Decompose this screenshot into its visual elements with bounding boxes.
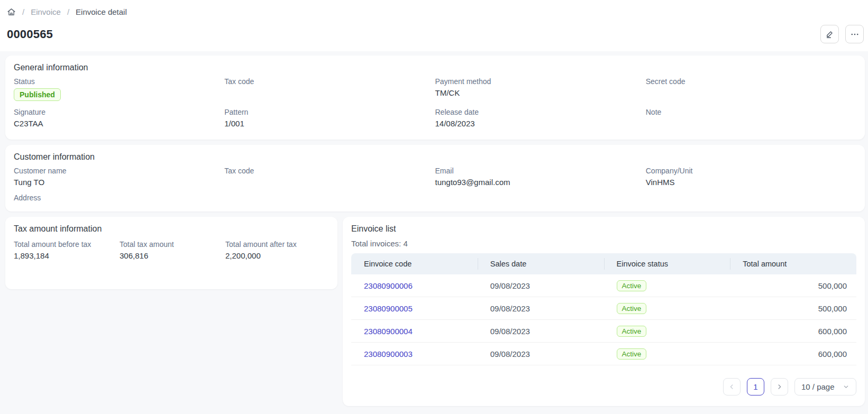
invoice-code-link[interactable]: 23080900004 xyxy=(364,327,413,336)
total-invoices-label: Total invoices: 4 xyxy=(351,239,856,248)
page-size-label: 10 / page xyxy=(801,382,835,391)
sales-date-cell: 09/08/2023 xyxy=(478,327,604,336)
field-tax-code: Tax code xyxy=(224,167,435,188)
field-value: C23TAA xyxy=(14,119,224,130)
invoice-code-link[interactable]: 23080900003 xyxy=(364,349,413,358)
field-company-unit: Company/Unit VinHMS xyxy=(646,167,856,188)
field-total-tax: Total tax amount 306,816 xyxy=(120,240,225,262)
field-total-after-tax: Total amount after tax 2,200,000 xyxy=(225,240,329,262)
column-header-total-amount: Total amount xyxy=(730,253,856,274)
field-label: Total tax amount xyxy=(120,240,225,249)
field-label: Company/Unit xyxy=(646,167,856,175)
tax-amount-card: Tax amount information Total amount befo… xyxy=(5,217,337,289)
field-value xyxy=(646,88,856,99)
field-total-before-tax: Total amount before tax 1,893,184 xyxy=(14,240,120,262)
status-badge: Active xyxy=(617,348,647,360)
field-label: Signature xyxy=(14,108,224,116)
field-label: Customer name xyxy=(14,167,224,175)
field-signature: Signature C23TAA xyxy=(14,108,224,130)
status-badge: Active xyxy=(617,280,647,291)
column-header-einvoice-code: Einvoice code xyxy=(351,253,478,274)
page-size-select[interactable]: 10 / page xyxy=(794,378,856,395)
field-label: Total amount before tax xyxy=(14,240,120,249)
total-amount-cell: 500,000 xyxy=(730,304,856,313)
general-information-title: General information xyxy=(14,63,856,72)
sales-date-cell: 09/08/2023 xyxy=(478,349,604,358)
column-header-einvoice-status: Einvoice status xyxy=(604,253,730,274)
status-badge: Active xyxy=(617,326,647,337)
status-badge: Published xyxy=(14,88,61,101)
field-customer-name: Customer name Tung TO xyxy=(14,167,224,188)
edit-pencil-icon xyxy=(825,30,834,39)
field-value: tungto93@gmail.com xyxy=(435,178,646,188)
breadcrumb-item-einvoice-detail: Einvoice detail xyxy=(76,7,127,16)
breadcrumb-separator: / xyxy=(67,7,69,16)
field-label: Payment method xyxy=(435,77,646,86)
field-status: Status Published xyxy=(14,77,224,101)
field-label: Pattern xyxy=(224,108,435,116)
table-row: 23080900003 09/08/2023 Active 600,000 xyxy=(351,343,856,365)
field-value: 2,200,000 xyxy=(225,251,329,262)
field-value: VinHMS xyxy=(646,178,856,188)
table-row: 23080900006 09/08/2023 Active 500,000 xyxy=(351,274,856,297)
field-email: Email tungto93@gmail.com xyxy=(435,167,646,188)
pagination-prev-button[interactable] xyxy=(723,378,741,395)
field-label: Note xyxy=(646,108,856,116)
table-row: 23080900004 09/08/2023 Active 600,000 xyxy=(351,320,856,343)
field-secret-code: Secret code xyxy=(646,77,856,101)
field-pattern: Pattern 1/001 xyxy=(224,108,435,130)
edit-button[interactable] xyxy=(820,25,839,43)
invoice-code-link[interactable]: 23080900005 xyxy=(364,304,413,313)
field-label: Status xyxy=(14,77,224,86)
breadcrumb-separator: / xyxy=(22,7,24,16)
page-title: 0000565 xyxy=(7,27,53,41)
breadcrumb: / Einvoice / Einvoice detail xyxy=(7,7,865,16)
customer-information-card: Customer information Customer name Tung … xyxy=(5,145,865,211)
table-row: 23080900005 09/08/2023 Active 500,000 xyxy=(351,297,856,320)
more-actions-button[interactable] xyxy=(845,25,864,43)
home-icon[interactable] xyxy=(7,7,16,16)
field-tax-code: Tax code xyxy=(224,77,435,101)
field-label: Address xyxy=(14,194,224,202)
field-value: TM/CK xyxy=(435,88,646,99)
chevron-left-icon xyxy=(728,383,735,390)
field-note: Note xyxy=(646,108,856,130)
customer-information-title: Customer information xyxy=(14,152,856,162)
field-address: Address xyxy=(14,194,224,202)
field-label: Tax code xyxy=(224,77,435,86)
field-value xyxy=(224,178,435,188)
einvoice-list-title: Einvoice list xyxy=(351,224,856,234)
field-release-date: Release date 14/08/2023 xyxy=(435,108,646,130)
column-header-sales-date: Sales date xyxy=(478,253,604,274)
field-label: Secret code xyxy=(646,77,856,86)
field-value xyxy=(646,119,856,130)
table-header-row: Einvoice code Sales date Einvoice status… xyxy=(351,253,856,274)
ellipsis-icon xyxy=(850,30,860,39)
field-value: 14/08/2023 xyxy=(435,119,646,130)
field-payment-method: Payment method TM/CK xyxy=(435,77,646,101)
sales-date-cell: 09/08/2023 xyxy=(478,281,604,290)
field-label: Email xyxy=(435,167,646,175)
chevron-right-icon xyxy=(776,383,783,390)
breadcrumb-item-einvoice[interactable]: Einvoice xyxy=(31,7,61,16)
field-label: Tax code xyxy=(224,167,435,175)
sales-date-cell: 09/08/2023 xyxy=(478,304,604,313)
status-badge: Active xyxy=(617,303,647,314)
total-amount-cell: 600,000 xyxy=(730,349,856,358)
chevron-down-icon xyxy=(843,383,849,390)
pagination: 1 10 / page xyxy=(351,378,856,395)
field-label: Total amount after tax xyxy=(225,240,329,249)
pagination-next-button[interactable] xyxy=(771,378,788,395)
tax-amount-title: Tax amount information xyxy=(14,224,329,234)
field-value: Tung TO xyxy=(14,178,224,188)
page-header: / Einvoice / Einvoice detail 0000565 xyxy=(0,0,868,51)
pagination-page-1-button[interactable]: 1 xyxy=(747,378,764,395)
einvoice-list-card: Einvoice list Total invoices: 4 Einvoice… xyxy=(343,217,865,406)
invoice-code-link[interactable]: 23080900006 xyxy=(364,281,413,290)
field-value: 1,893,184 xyxy=(14,251,120,262)
einvoice-table: Einvoice code Sales date Einvoice status… xyxy=(351,253,856,365)
total-amount-cell: 600,000 xyxy=(730,327,856,336)
general-information-card: General information Status Published Tax… xyxy=(5,56,865,140)
field-value xyxy=(224,88,435,99)
field-value: 1/001 xyxy=(224,119,435,130)
